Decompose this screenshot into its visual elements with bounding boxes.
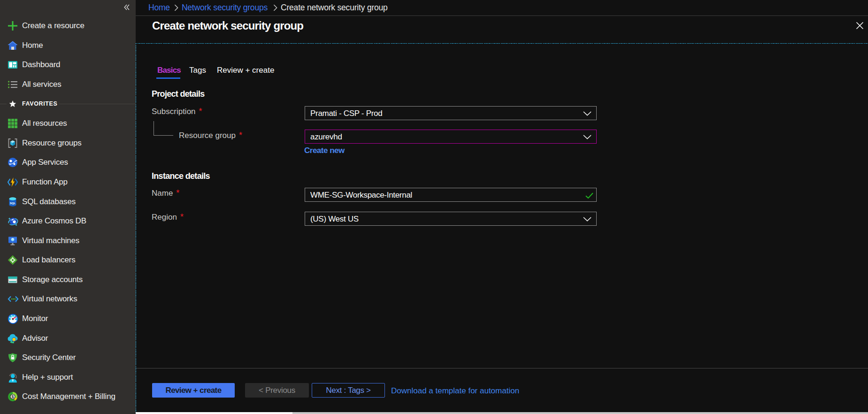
svg-text:$: $ bbox=[11, 394, 14, 399]
svg-text:SQL: SQL bbox=[10, 201, 16, 205]
